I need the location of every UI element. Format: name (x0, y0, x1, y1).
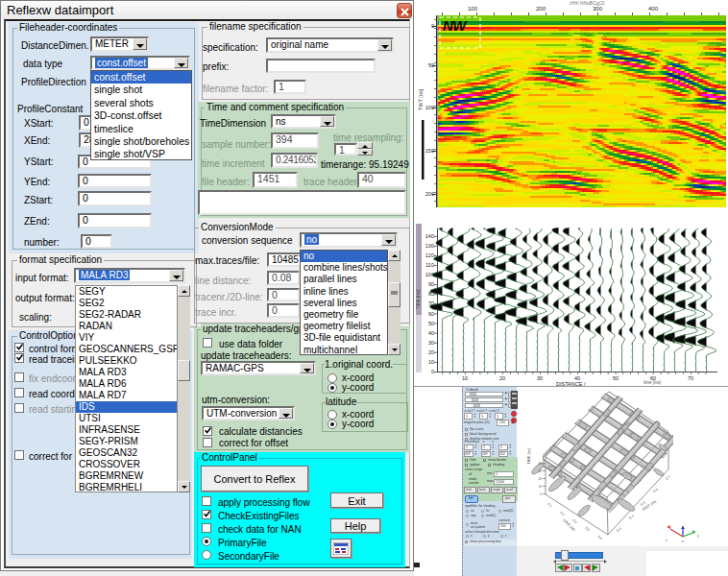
svg-text:0.2: 0.2 (546, 502, 552, 508)
svg-text:20: 20 (428, 349, 434, 355)
svg-text:40: 40 (428, 330, 434, 336)
svg-text:0: 0 (431, 369, 434, 374)
svg-text:z: z (682, 540, 684, 543)
svg-text:70: 70 (688, 375, 693, 381)
svg-text:90: 90 (428, 281, 434, 287)
svg-text:50: 50 (428, 321, 434, 326)
svg-text:time [ms]: time [ms] (643, 380, 661, 385)
svg-text:0.7: 0.7 (665, 475, 670, 481)
svg-text:400: 400 (648, 6, 659, 12)
svg-text:10: 10 (538, 485, 542, 489)
svg-text:200: 200 (536, 6, 546, 12)
svg-text:0.6: 0.6 (596, 535, 602, 540)
svg-text:30: 30 (428, 340, 434, 346)
svg-text:TWT [ns]: TWT [ns] (418, 88, 424, 110)
svg-text:0.5: 0.5 (584, 526, 590, 532)
svg-text:140: 140 (425, 233, 434, 239)
svg-text:10: 10 (462, 375, 468, 381)
svg-text:20: 20 (538, 477, 542, 481)
svg-text:60: 60 (428, 311, 434, 317)
svg-text:300: 300 (593, 6, 603, 12)
svg-text:0.3: 0.3 (559, 511, 565, 516)
svg-text:130: 130 (425, 243, 434, 249)
svg-text:y: y (697, 534, 699, 538)
svg-text:DIST (m): DIST (m) (642, 498, 658, 512)
svg-text:TIME [ns]: TIME [ns] (526, 448, 531, 465)
svg-text:0.3: 0.3 (616, 527, 621, 533)
svg-text:20: 20 (499, 375, 505, 381)
svg-text:x: x (666, 539, 667, 542)
svg-text:120: 120 (425, 252, 434, 258)
svg-text:TIME [ms]: TIME [ms] (416, 290, 421, 310)
svg-text:10: 10 (428, 359, 434, 365)
svg-text:zfhh NNuBCg(2): zfhh NNuBCg(2) (570, 0, 605, 6)
svg-text:0.6: 0.6 (652, 488, 658, 493)
svg-text:40: 40 (538, 462, 542, 466)
svg-text:0.4: 0.4 (628, 515, 634, 520)
svg-text:100: 100 (468, 6, 478, 12)
svg-text:0: 0 (540, 492, 542, 496)
svg-text:110: 110 (425, 262, 434, 268)
svg-text:50: 50 (613, 375, 619, 381)
svg-text:30: 30 (537, 375, 543, 381)
svg-text:NW: NW (443, 17, 468, 34)
svg-text:30: 30 (538, 469, 542, 473)
